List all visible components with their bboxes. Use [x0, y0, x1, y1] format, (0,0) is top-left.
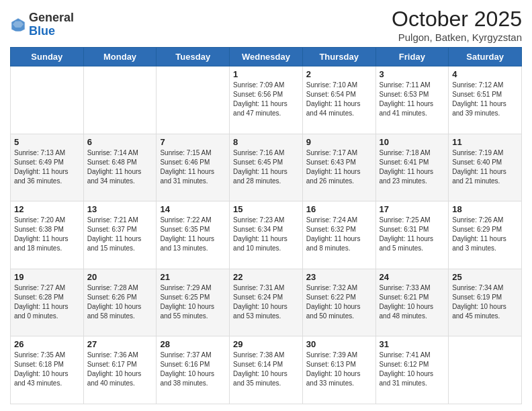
day-info: Sunrise: 7:31 AM Sunset: 6:24 PM Dayligh… — [233, 283, 299, 321]
calendar-cell: 17Sunrise: 7:25 AM Sunset: 6:31 PM Dayli… — [375, 201, 449, 269]
calendar-cell: 31Sunrise: 7:41 AM Sunset: 6:12 PM Dayli… — [375, 336, 449, 404]
day-info: Sunrise: 7:21 AM Sunset: 6:37 PM Dayligh… — [87, 216, 153, 253]
weekday-header-sunday: Sunday — [11, 48, 84, 66]
day-info: Sunrise: 7:12 AM Sunset: 6:51 PM Dayligh… — [452, 81, 518, 118]
day-info: Sunrise: 7:19 AM Sunset: 6:40 PM Dayligh… — [452, 148, 518, 186]
weekday-header-thursday: Thursday — [302, 48, 375, 66]
calendar-cell: 16Sunrise: 7:24 AM Sunset: 6:32 PM Dayli… — [302, 201, 375, 269]
calendar-cell: 5Sunrise: 7:13 AM Sunset: 6:49 PM Daylig… — [11, 134, 84, 201]
week-row-3: 12Sunrise: 7:20 AM Sunset: 6:38 PM Dayli… — [11, 201, 522, 269]
weekday-header-row: SundayMondayTuesdayWednesdayThursdayFrid… — [11, 48, 522, 66]
calendar-cell: 22Sunrise: 7:31 AM Sunset: 6:24 PM Dayli… — [230, 269, 303, 336]
calendar-cell: 4Sunrise: 7:12 AM Sunset: 6:51 PM Daylig… — [449, 66, 522, 134]
day-number: 5 — [14, 137, 80, 147]
calendar-cell: 9Sunrise: 7:17 AM Sunset: 6:43 PM Daylig… — [302, 134, 375, 201]
day-number: 21 — [160, 272, 226, 282]
day-number: 2 — [306, 69, 372, 79]
calendar-cell: 18Sunrise: 7:26 AM Sunset: 6:29 PM Dayli… — [449, 201, 522, 269]
day-info: Sunrise: 7:25 AM Sunset: 6:31 PM Dayligh… — [380, 216, 445, 253]
day-info: Sunrise: 7:37 AM Sunset: 6:16 PM Dayligh… — [160, 351, 226, 388]
calendar-cell: 29Sunrise: 7:38 AM Sunset: 6:14 PM Dayli… — [230, 336, 303, 404]
day-number: 10 — [380, 137, 445, 147]
day-info: Sunrise: 7:13 AM Sunset: 6:49 PM Dayligh… — [14, 148, 80, 186]
day-info: Sunrise: 7:14 AM Sunset: 6:48 PM Dayligh… — [87, 148, 153, 186]
weekday-header-tuesday: Tuesday — [157, 48, 230, 66]
month-title: October 2025 — [392, 7, 522, 32]
day-number: 20 — [87, 272, 153, 282]
week-row-4: 19Sunrise: 7:27 AM Sunset: 6:28 PM Dayli… — [11, 269, 522, 336]
day-number: 30 — [306, 339, 372, 349]
header: General Blue October 2025 Pulgon, Batken… — [10, 7, 522, 43]
logo-blue: Blue — [29, 24, 55, 38]
day-number: 14 — [160, 204, 226, 214]
day-info: Sunrise: 7:38 AM Sunset: 6:14 PM Dayligh… — [233, 351, 299, 388]
day-info: Sunrise: 7:09 AM Sunset: 6:56 PM Dayligh… — [233, 81, 299, 118]
week-row-2: 5Sunrise: 7:13 AM Sunset: 6:49 PM Daylig… — [11, 134, 522, 201]
day-info: Sunrise: 7:11 AM Sunset: 6:53 PM Dayligh… — [380, 81, 445, 118]
day-number: 22 — [233, 272, 299, 282]
calendar-cell: 2Sunrise: 7:10 AM Sunset: 6:54 PM Daylig… — [302, 66, 375, 134]
calendar-cell: 14Sunrise: 7:22 AM Sunset: 6:35 PM Dayli… — [157, 201, 230, 269]
day-info: Sunrise: 7:16 AM Sunset: 6:45 PM Dayligh… — [233, 148, 299, 186]
logo-text: General Blue — [29, 11, 74, 38]
day-info: Sunrise: 7:26 AM Sunset: 6:29 PM Dayligh… — [452, 216, 518, 253]
day-info: Sunrise: 7:36 AM Sunset: 6:17 PM Dayligh… — [87, 351, 153, 388]
calendar-cell: 8Sunrise: 7:16 AM Sunset: 6:45 PM Daylig… — [230, 134, 303, 201]
day-info: Sunrise: 7:39 AM Sunset: 6:13 PM Dayligh… — [306, 351, 372, 388]
day-number: 13 — [87, 204, 153, 214]
day-number: 16 — [306, 204, 372, 214]
day-info: Sunrise: 7:22 AM Sunset: 6:35 PM Dayligh… — [160, 216, 226, 253]
day-number: 7 — [160, 137, 226, 147]
week-row-1: 1Sunrise: 7:09 AM Sunset: 6:56 PM Daylig… — [11, 66, 522, 134]
weekday-header-friday: Friday — [375, 48, 449, 66]
day-number: 19 — [14, 272, 80, 282]
logo-icon — [10, 17, 26, 33]
logo-general: General — [29, 11, 74, 24]
day-number: 9 — [306, 137, 372, 147]
day-info: Sunrise: 7:18 AM Sunset: 6:41 PM Dayligh… — [380, 148, 445, 186]
day-number: 1 — [233, 69, 299, 79]
calendar-cell: 10Sunrise: 7:18 AM Sunset: 6:41 PM Dayli… — [375, 134, 449, 201]
page: General Blue October 2025 Pulgon, Batken… — [0, 0, 532, 411]
day-info: Sunrise: 7:23 AM Sunset: 6:34 PM Dayligh… — [233, 216, 299, 253]
day-info: Sunrise: 7:35 AM Sunset: 6:18 PM Dayligh… — [14, 351, 80, 388]
day-number: 27 — [87, 339, 153, 349]
day-number: 12 — [14, 204, 80, 214]
day-number: 4 — [452, 69, 518, 79]
calendar-cell — [11, 66, 84, 134]
day-number: 6 — [87, 137, 153, 147]
logo: General Blue — [10, 11, 74, 38]
weekday-header-wednesday: Wednesday — [230, 48, 303, 66]
calendar-cell: 20Sunrise: 7:28 AM Sunset: 6:26 PM Dayli… — [83, 269, 157, 336]
day-info: Sunrise: 7:29 AM Sunset: 6:25 PM Dayligh… — [160, 283, 226, 321]
calendar-cell: 23Sunrise: 7:32 AM Sunset: 6:22 PM Dayli… — [302, 269, 375, 336]
day-info: Sunrise: 7:27 AM Sunset: 6:28 PM Dayligh… — [14, 283, 80, 321]
day-info: Sunrise: 7:15 AM Sunset: 6:46 PM Dayligh… — [160, 148, 226, 186]
day-number: 29 — [233, 339, 299, 349]
calendar-cell: 26Sunrise: 7:35 AM Sunset: 6:18 PM Dayli… — [11, 336, 84, 404]
calendar-cell: 1Sunrise: 7:09 AM Sunset: 6:56 PM Daylig… — [230, 66, 303, 134]
day-number: 25 — [452, 272, 518, 282]
calendar-cell — [157, 66, 230, 134]
day-number: 18 — [452, 204, 518, 214]
calendar-cell: 21Sunrise: 7:29 AM Sunset: 6:25 PM Dayli… — [157, 269, 230, 336]
day-info: Sunrise: 7:20 AM Sunset: 6:38 PM Dayligh… — [14, 216, 80, 253]
calendar-table: SundayMondayTuesdayWednesdayThursdayFrid… — [10, 47, 522, 404]
calendar-cell: 28Sunrise: 7:37 AM Sunset: 6:16 PM Dayli… — [157, 336, 230, 404]
calendar-cell — [449, 336, 522, 404]
week-row-5: 26Sunrise: 7:35 AM Sunset: 6:18 PM Dayli… — [11, 336, 522, 404]
day-number: 17 — [380, 204, 445, 214]
day-number: 26 — [14, 339, 80, 349]
day-info: Sunrise: 7:34 AM Sunset: 6:19 PM Dayligh… — [452, 283, 518, 321]
calendar-cell: 24Sunrise: 7:33 AM Sunset: 6:21 PM Dayli… — [375, 269, 449, 336]
calendar-cell: 19Sunrise: 7:27 AM Sunset: 6:28 PM Dayli… — [11, 269, 84, 336]
calendar-cell: 27Sunrise: 7:36 AM Sunset: 6:17 PM Dayli… — [83, 336, 157, 404]
day-number: 15 — [233, 204, 299, 214]
location-subtitle: Pulgon, Batken, Kyrgyzstan — [392, 32, 522, 43]
calendar-cell: 25Sunrise: 7:34 AM Sunset: 6:19 PM Dayli… — [449, 269, 522, 336]
calendar-cell: 11Sunrise: 7:19 AM Sunset: 6:40 PM Dayli… — [449, 134, 522, 201]
calendar-cell: 13Sunrise: 7:21 AM Sunset: 6:37 PM Dayli… — [83, 201, 157, 269]
weekday-header-saturday: Saturday — [449, 48, 522, 66]
calendar-cell: 3Sunrise: 7:11 AM Sunset: 6:53 PM Daylig… — [375, 66, 449, 134]
day-info: Sunrise: 7:24 AM Sunset: 6:32 PM Dayligh… — [306, 216, 372, 253]
